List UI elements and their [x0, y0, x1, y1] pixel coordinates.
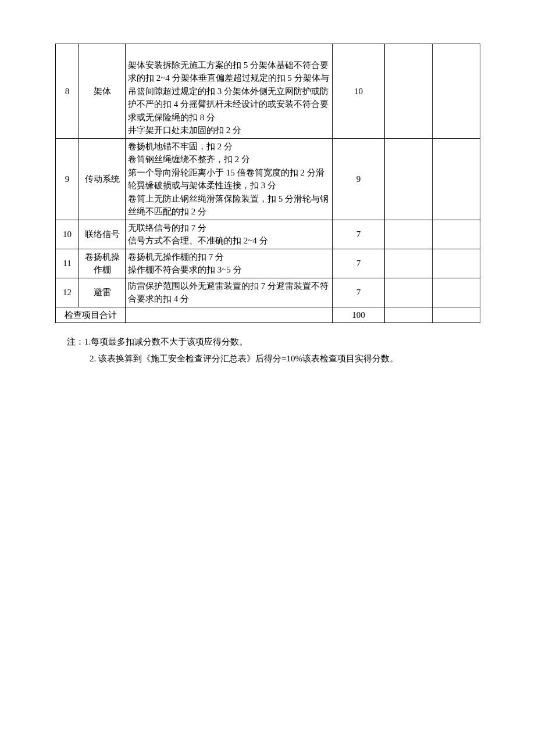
table-row: 10 联络信号 无联络信号的扣 7 分 信号方式不合理、不准确的扣 2~4 分 …: [56, 220, 480, 249]
row-col5: [385, 44, 433, 139]
row-score: 10: [333, 44, 385, 139]
footnotes: 注：1.每项最多扣减分数不大于该项应得分数。 2. 该表换算到《施工安全检查评分…: [67, 334, 480, 367]
row-col6: [433, 138, 480, 220]
footer-score: 100: [333, 307, 385, 323]
row-score: 7: [333, 278, 385, 307]
footnote-line: 2. 该表换算到《施工安全检查评分汇总表》后得分=10%该表检查项目实得分数。: [67, 350, 480, 367]
table-row: 9 传动系统 卷扬机地锚不牢固，扣 2 分 卷筒钢丝绳缠绕不整齐，扣 2 分 第…: [56, 138, 480, 220]
row-col6: [433, 249, 480, 278]
table-row: 12 避雷 防雷保护范围以外无避雷装置的扣 7 分避雷装置不符合要求的扣 4 分…: [56, 278, 480, 307]
footer-desc: [126, 307, 333, 323]
row-col6: [433, 44, 480, 139]
table-footer-row: 检查项目合计 100: [56, 307, 480, 323]
row-score: 9: [333, 138, 385, 220]
row-item: 避雷: [79, 278, 126, 307]
row-item: 传动系统: [79, 138, 126, 220]
row-desc: 卷扬机地锚不牢固，扣 2 分 卷筒钢丝绳缠绕不整齐，扣 2 分 第一个导向滑轮距…: [126, 138, 333, 220]
row-number: 10: [56, 220, 79, 249]
row-number: 9: [56, 138, 79, 220]
row-col5: [385, 278, 433, 307]
row-number: 8: [56, 44, 79, 139]
row-col5: [385, 138, 433, 220]
row-score: 7: [333, 220, 385, 249]
row-col5: [385, 220, 433, 249]
row-col6: [433, 278, 480, 307]
row-number: 11: [56, 249, 79, 278]
row-item: 卷扬机操作棚: [79, 249, 126, 278]
row-col5: [385, 249, 433, 278]
footnote-line: 注：1.每项最多扣减分数不大于该项应得分数。: [67, 334, 480, 350]
row-desc: 防雷保护范围以外无避雷装置的扣 7 分避雷装置不符合要求的扣 4 分: [126, 278, 333, 307]
row-desc: 卷扬机无操作棚的扣 7 分 操作棚不符合要求的扣 3~5 分: [126, 249, 333, 278]
row-col6: [433, 220, 480, 249]
table-row: 11 卷扬机操作棚 卷扬机无操作棚的扣 7 分 操作棚不符合要求的扣 3~5 分…: [56, 249, 480, 278]
row-number: 12: [56, 278, 79, 307]
inspection-table: 8 架体 架体安装拆除无施工方案的扣 5 分架体基础不符合要求的扣 2~4 分架…: [55, 44, 480, 323]
document-page: 8 架体 架体安装拆除无施工方案的扣 5 分架体基础不符合要求的扣 2~4 分架…: [0, 0, 535, 756]
row-score: 7: [333, 249, 385, 278]
table-row: 8 架体 架体安装拆除无施工方案的扣 5 分架体基础不符合要求的扣 2~4 分架…: [56, 44, 480, 139]
row-desc: 架体安装拆除无施工方案的扣 5 分架体基础不符合要求的扣 2~4 分架体垂直偏差…: [126, 44, 333, 139]
row-item: 联络信号: [79, 220, 126, 249]
row-item: 架体: [79, 44, 126, 139]
footer-col6: [433, 307, 480, 323]
footer-col5: [385, 307, 433, 323]
footer-label: 检查项目合计: [56, 307, 126, 323]
row-desc: 无联络信号的扣 7 分 信号方式不合理、不准确的扣 2~4 分: [126, 220, 333, 249]
